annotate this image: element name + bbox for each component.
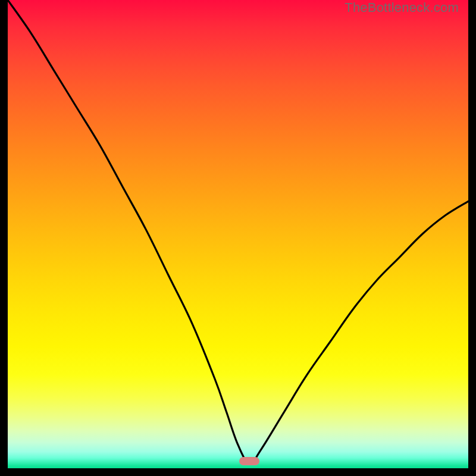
optimal-point-marker xyxy=(239,457,259,465)
watermark-text: TheBottleneck.com xyxy=(345,0,459,15)
chart-frame: TheBottleneck.com xyxy=(8,0,468,468)
gradient-background xyxy=(8,0,468,468)
